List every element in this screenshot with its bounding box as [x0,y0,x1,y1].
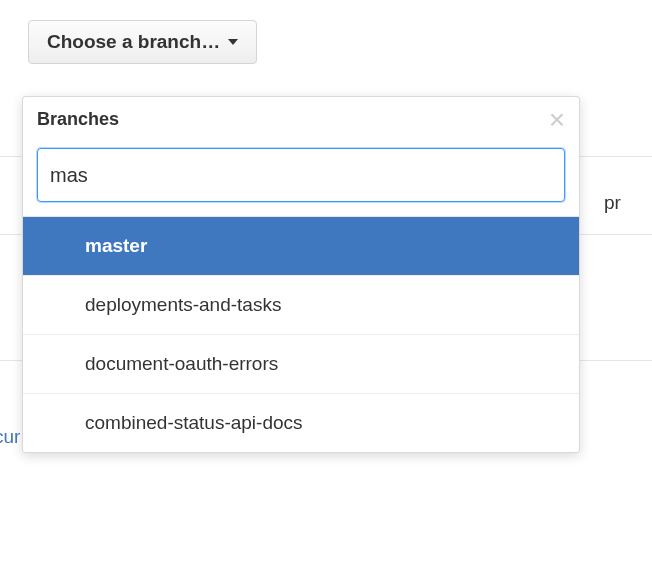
filter-section [23,138,579,217]
branch-list: masterdeployments-and-tasksdocument-oaut… [23,217,579,452]
branch-item[interactable]: combined-status-api-docs [23,393,579,452]
branch-item[interactable]: document-oauth-errors [23,334,579,393]
caret-down-icon [228,39,238,45]
popover-header: Branches × [23,97,579,138]
obscured-link[interactable]: cur [0,426,20,448]
close-icon[interactable]: × [549,110,565,130]
branch-item[interactable]: deployments-and-tasks [23,275,579,334]
obscured-text: pr [604,192,621,214]
choose-branch-label: Choose a branch… [47,31,220,53]
branch-item[interactable]: master [23,217,579,275]
popover-title: Branches [37,109,119,130]
branch-picker-popover: Branches × masterdeployments-and-tasksdo… [22,96,580,453]
branch-filter-input[interactable] [37,148,565,202]
choose-branch-button[interactable]: Choose a branch… [28,20,257,64]
